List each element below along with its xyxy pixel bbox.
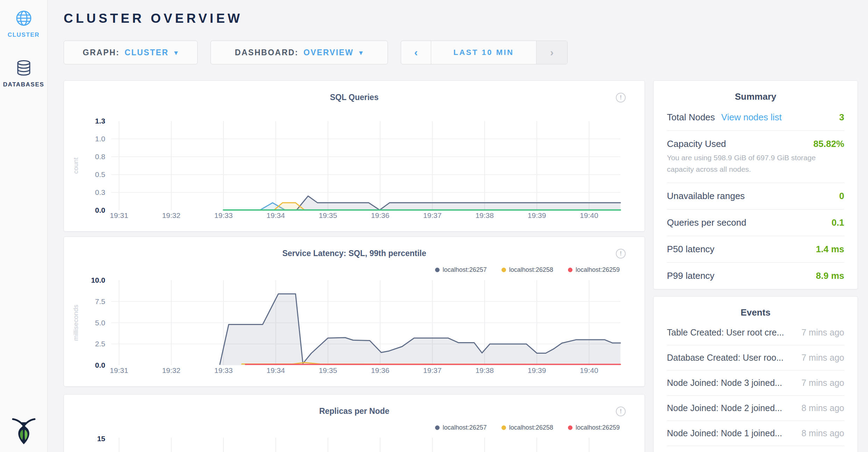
legend-dot-icon — [501, 268, 506, 272]
svg-text:19:39: 19:39 — [528, 211, 546, 219]
globe-icon — [15, 10, 32, 27]
sql-queries-chart: 0.00.30.50.81.01.319:3119:3219:3319:3419… — [64, 116, 645, 223]
event-rows: Table Created: User root cre...7 mins ag… — [654, 318, 858, 446]
time-range-button[interactable]: LAST 10 MIN — [431, 41, 536, 64]
svg-text:milliseconds: milliseconds — [72, 305, 79, 341]
svg-text:2.5: 2.5 — [95, 340, 105, 348]
event-row[interactable]: Node Joined: Node 2 joined...8 mins ago — [667, 396, 844, 421]
view-nodes-list-link[interactable]: View nodes list — [721, 112, 782, 123]
svg-text:0.0: 0.0 — [95, 206, 105, 214]
legend-item: localhost:26257 — [435, 266, 487, 274]
summary-title: Summary — [654, 91, 858, 102]
legend-item: localhost:26259 — [568, 266, 620, 274]
service-latency-chart: 0.02.55.07.510.019:3119:3219:3319:3419:3… — [64, 275, 645, 378]
summary-value: 85.82% — [813, 139, 844, 149]
summary-row: Unavailable ranges0 — [667, 183, 844, 210]
main-content: CLUSTER OVERVIEW GRAPH: CLUSTER ▾ DASHBO… — [48, 0, 868, 452]
event-row[interactable]: Node Joined: Node 3 joined...7 mins ago — [667, 370, 844, 396]
chevron-down-icon: ▾ — [359, 49, 363, 57]
info-icon[interactable]: ! — [616, 249, 626, 259]
legend-dot-icon — [568, 425, 572, 430]
summary-value: 0.1 — [832, 217, 844, 228]
service-latency-card: Service Latency: SQL, 99th percentile ! … — [64, 236, 645, 387]
summary-subtext: You are using 598.9 GiB of 697.9 GiB sto… — [667, 152, 844, 175]
event-time: 7 mins ago — [797, 327, 844, 338]
summary-label: Total Nodes — [667, 112, 715, 123]
events-title: Events — [654, 307, 858, 318]
legend-dot-icon — [435, 425, 440, 430]
legend-dot-icon — [435, 268, 440, 272]
svg-text:19:40: 19:40 — [580, 211, 598, 219]
legend-item: localhost:26258 — [501, 424, 553, 431]
sidebar: CLUSTER DATABASES — [0, 0, 48, 452]
chart-title: Service Latency: SQL, 99th percentile — [64, 249, 645, 258]
svg-text:0.8: 0.8 — [95, 153, 105, 161]
svg-text:1.0: 1.0 — [95, 135, 105, 143]
summary-value: 8.9 ms — [816, 270, 844, 281]
svg-text:19:37: 19:37 — [423, 366, 442, 374]
event-row[interactable]: Table Created: User root cre...7 mins ag… — [667, 320, 844, 345]
svg-text:10.0: 10.0 — [91, 276, 105, 284]
summary-value: 3 — [839, 112, 844, 123]
svg-text:19:32: 19:32 — [162, 366, 180, 374]
event-text: Node Joined: Node 3 joined... — [667, 378, 782, 388]
chart-title: SQL Queries — [64, 93, 645, 102]
svg-text:19:33: 19:33 — [214, 211, 233, 219]
cockroach-icon — [10, 416, 37, 446]
svg-text:19:40: 19:40 — [580, 366, 598, 374]
svg-text:19:34: 19:34 — [266, 366, 285, 374]
info-icon[interactable]: ! — [616, 93, 626, 103]
svg-text:19:36: 19:36 — [371, 366, 390, 374]
dashboard-dropdown-value: OVERVIEW — [304, 48, 354, 57]
svg-text:19:37: 19:37 — [423, 211, 442, 219]
dashboard-dropdown-label: DASHBOARD: — [235, 48, 299, 57]
cockroachdb-logo — [0, 416, 48, 447]
time-prev-button[interactable]: ‹ — [401, 41, 431, 64]
sidebar-item-label: DATABASES — [0, 81, 47, 88]
legend-label: localhost:26259 — [576, 266, 620, 274]
graph-dropdown[interactable]: GRAPH: CLUSTER ▾ — [64, 41, 198, 64]
summary-value: 1.4 ms — [816, 244, 844, 255]
event-row[interactable]: Database Created: User roo...7 mins ago — [667, 345, 844, 370]
info-icon[interactable]: ! — [616, 407, 626, 416]
svg-text:0.3: 0.3 — [95, 188, 105, 196]
summary-row: P99 latency8.9 ms — [667, 263, 844, 289]
event-row[interactable]: Node Joined: Node 1 joined...8 mins ago — [667, 421, 844, 446]
time-range-selector: ‹ LAST 10 MIN › — [401, 41, 568, 64]
event-time: 8 mins ago — [797, 428, 844, 438]
svg-text:19:33: 19:33 — [214, 366, 233, 374]
legend-label: localhost:26258 — [509, 266, 553, 274]
database-icon — [15, 59, 32, 76]
svg-text:19:34: 19:34 — [266, 211, 285, 219]
legend-item: localhost:26257 — [435, 424, 487, 431]
event-text: Node Joined: Node 1 joined... — [667, 428, 782, 438]
summary-row: Queries per second0.1 — [667, 210, 844, 236]
svg-text:19:31: 19:31 — [110, 211, 128, 219]
chart-title: Replicas per Node — [64, 407, 645, 416]
svg-text:19:35: 19:35 — [319, 211, 337, 219]
event-time: 7 mins ago — [797, 353, 844, 363]
legend-dot-icon — [501, 425, 506, 430]
legend-dot-icon — [568, 268, 572, 272]
replicas-per-node-card: Replicas per Node ! localhost:26257local… — [64, 394, 645, 452]
sidebar-item-databases[interactable]: DATABASES — [0, 59, 47, 88]
summary-label: P50 latency — [667, 244, 714, 255]
dashboard-dropdown[interactable]: DASHBOARD: OVERVIEW ▾ — [211, 41, 388, 64]
svg-text:0.5: 0.5 — [95, 170, 105, 178]
event-text: Table Created: User root cre... — [667, 327, 784, 338]
controls-bar: GRAPH: CLUSTER ▾ DASHBOARD: OVERVIEW ▾ ‹… — [64, 41, 568, 64]
summary-label: P99 latency — [667, 270, 714, 281]
svg-text:1.3: 1.3 — [95, 117, 105, 125]
sidebar-item-cluster[interactable]: CLUSTER — [0, 10, 47, 38]
legend-label: localhost:26257 — [443, 424, 487, 431]
chevron-down-icon: ▾ — [174, 49, 178, 57]
svg-text:15: 15 — [97, 435, 106, 443]
svg-text:19:31: 19:31 — [110, 366, 128, 374]
event-time: 7 mins ago — [797, 378, 844, 388]
svg-text:19:35: 19:35 — [319, 366, 337, 374]
summary-value: 0 — [839, 191, 844, 202]
svg-text:5.0: 5.0 — [95, 319, 105, 327]
svg-text:19:38: 19:38 — [475, 211, 494, 219]
time-next-button[interactable]: › — [536, 41, 567, 64]
page-title: CLUSTER OVERVIEW — [64, 11, 243, 26]
